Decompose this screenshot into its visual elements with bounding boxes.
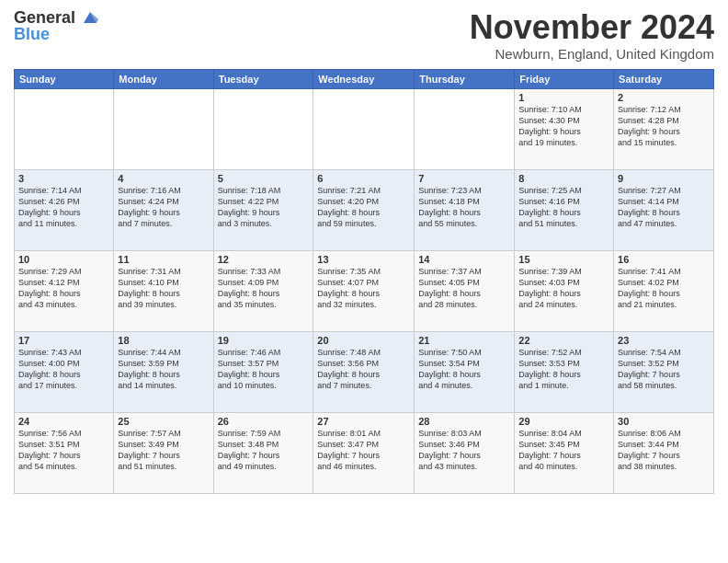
day-number: 2	[618, 92, 710, 103]
day-number: 14	[418, 254, 510, 265]
day-info: Sunrise: 7:33 AM Sunset: 4:09 PM Dayligh…	[218, 266, 310, 311]
calendar-cell: 12Sunrise: 7:33 AM Sunset: 4:09 PM Dayli…	[213, 250, 313, 331]
day-number: 3	[18, 173, 109, 184]
day-info: Sunrise: 7:35 AM Sunset: 4:07 PM Dayligh…	[317, 266, 410, 311]
calendar-cell: 27Sunrise: 8:01 AM Sunset: 3:47 PM Dayli…	[313, 412, 415, 493]
calendar-week-3: 17Sunrise: 7:43 AM Sunset: 4:00 PM Dayli…	[15, 331, 714, 412]
day-info: Sunrise: 7:54 AM Sunset: 3:52 PM Dayligh…	[618, 347, 710, 392]
col-saturday: Saturday	[614, 69, 714, 88]
logo-blue: Blue	[14, 25, 50, 44]
calendar-cell: 28Sunrise: 8:03 AM Sunset: 3:46 PM Dayli…	[415, 412, 515, 493]
day-number: 12	[218, 254, 310, 265]
day-number: 15	[518, 254, 609, 265]
day-number: 8	[518, 173, 609, 184]
day-number: 11	[118, 254, 209, 265]
calendar-cell: 17Sunrise: 7:43 AM Sunset: 4:00 PM Dayli…	[15, 331, 114, 412]
calendar-cell: 11Sunrise: 7:31 AM Sunset: 4:10 PM Dayli…	[114, 250, 213, 331]
day-number: 7	[418, 173, 510, 184]
day-number: 9	[618, 173, 710, 184]
calendar-cell: 4Sunrise: 7:16 AM Sunset: 4:24 PM Daylig…	[114, 169, 213, 250]
calendar-cell: 25Sunrise: 7:57 AM Sunset: 3:49 PM Dayli…	[114, 412, 213, 493]
month-title: November 2024	[470, 9, 714, 46]
day-info: Sunrise: 8:01 AM Sunset: 3:47 PM Dayligh…	[317, 428, 410, 473]
calendar-cell	[213, 88, 313, 169]
calendar-cell: 9Sunrise: 7:27 AM Sunset: 4:14 PM Daylig…	[614, 169, 714, 250]
day-info: Sunrise: 7:56 AM Sunset: 3:51 PM Dayligh…	[18, 428, 109, 473]
day-info: Sunrise: 7:39 AM Sunset: 4:03 PM Dayligh…	[518, 266, 609, 311]
day-number: 25	[118, 416, 209, 427]
calendar-cell: 8Sunrise: 7:25 AM Sunset: 4:16 PM Daylig…	[515, 169, 614, 250]
calendar-cell: 5Sunrise: 7:18 AM Sunset: 4:22 PM Daylig…	[213, 169, 313, 250]
day-info: Sunrise: 7:12 AM Sunset: 4:28 PM Dayligh…	[618, 104, 710, 149]
day-info: Sunrise: 8:03 AM Sunset: 3:46 PM Dayligh…	[418, 428, 510, 473]
day-number: 23	[618, 335, 710, 346]
page: General Blue November 2024 Newburn, Engl…	[0, 0, 728, 563]
day-info: Sunrise: 7:37 AM Sunset: 4:05 PM Dayligh…	[418, 266, 510, 311]
day-info: Sunrise: 7:14 AM Sunset: 4:26 PM Dayligh…	[18, 185, 109, 230]
calendar-cell	[415, 88, 515, 169]
day-info: Sunrise: 7:10 AM Sunset: 4:30 PM Dayligh…	[518, 104, 609, 149]
logo: General Blue	[14, 9, 98, 44]
day-number: 13	[317, 254, 410, 265]
day-number: 27	[317, 416, 410, 427]
calendar-week-0: 1Sunrise: 7:10 AM Sunset: 4:30 PM Daylig…	[15, 88, 714, 169]
col-tuesday: Tuesday	[213, 69, 313, 88]
title-block: November 2024 Newburn, England, United K…	[470, 9, 714, 62]
calendar-cell: 23Sunrise: 7:54 AM Sunset: 3:52 PM Dayli…	[614, 331, 714, 412]
day-info: Sunrise: 7:46 AM Sunset: 3:57 PM Dayligh…	[218, 347, 310, 392]
day-number: 10	[18, 254, 109, 265]
day-number: 28	[418, 416, 510, 427]
col-friday: Friday	[515, 69, 614, 88]
day-number: 30	[618, 416, 710, 427]
day-info: Sunrise: 7:59 AM Sunset: 3:48 PM Dayligh…	[218, 428, 310, 473]
location: Newburn, England, United Kingdom	[470, 46, 714, 62]
calendar-cell	[114, 88, 213, 169]
day-number: 17	[18, 335, 109, 346]
calendar-cell: 30Sunrise: 8:06 AM Sunset: 3:44 PM Dayli…	[614, 412, 714, 493]
day-number: 4	[118, 173, 209, 184]
day-number: 26	[218, 416, 310, 427]
day-info: Sunrise: 7:23 AM Sunset: 4:18 PM Dayligh…	[418, 185, 510, 230]
calendar-week-1: 3Sunrise: 7:14 AM Sunset: 4:26 PM Daylig…	[15, 169, 714, 250]
col-thursday: Thursday	[415, 69, 515, 88]
header: General Blue November 2024 Newburn, Engl…	[14, 9, 714, 62]
logo-icon	[82, 10, 98, 27]
day-number: 20	[317, 335, 410, 346]
calendar-cell	[313, 88, 415, 169]
day-info: Sunrise: 7:43 AM Sunset: 4:00 PM Dayligh…	[18, 347, 109, 392]
calendar-cell: 22Sunrise: 7:52 AM Sunset: 3:53 PM Dayli…	[515, 331, 614, 412]
day-info: Sunrise: 7:52 AM Sunset: 3:53 PM Dayligh…	[518, 347, 609, 392]
col-wednesday: Wednesday	[313, 69, 415, 88]
calendar-cell: 15Sunrise: 7:39 AM Sunset: 4:03 PM Dayli…	[515, 250, 614, 331]
day-info: Sunrise: 7:44 AM Sunset: 3:59 PM Dayligh…	[118, 347, 209, 392]
day-info: Sunrise: 7:31 AM Sunset: 4:10 PM Dayligh…	[118, 266, 209, 311]
day-number: 22	[518, 335, 609, 346]
calendar-cell: 13Sunrise: 7:35 AM Sunset: 4:07 PM Dayli…	[313, 250, 415, 331]
calendar-cell: 19Sunrise: 7:46 AM Sunset: 3:57 PM Dayli…	[213, 331, 313, 412]
day-info: Sunrise: 8:04 AM Sunset: 3:45 PM Dayligh…	[518, 428, 609, 473]
calendar-cell: 7Sunrise: 7:23 AM Sunset: 4:18 PM Daylig…	[415, 169, 515, 250]
day-number: 29	[518, 416, 609, 427]
calendar-week-2: 10Sunrise: 7:29 AM Sunset: 4:12 PM Dayli…	[15, 250, 714, 331]
day-number: 19	[218, 335, 310, 346]
day-info: Sunrise: 7:21 AM Sunset: 4:20 PM Dayligh…	[317, 185, 410, 230]
day-info: Sunrise: 7:57 AM Sunset: 3:49 PM Dayligh…	[118, 428, 209, 473]
calendar-cell: 20Sunrise: 7:48 AM Sunset: 3:56 PM Dayli…	[313, 331, 415, 412]
day-info: Sunrise: 7:29 AM Sunset: 4:12 PM Dayligh…	[18, 266, 109, 311]
calendar-cell: 3Sunrise: 7:14 AM Sunset: 4:26 PM Daylig…	[15, 169, 114, 250]
day-info: Sunrise: 7:27 AM Sunset: 4:14 PM Dayligh…	[618, 185, 710, 230]
calendar-cell	[15, 88, 114, 169]
day-number: 6	[317, 173, 410, 184]
day-number: 18	[118, 335, 209, 346]
calendar: Sunday Monday Tuesday Wednesday Thursday…	[14, 69, 714, 494]
calendar-cell: 18Sunrise: 7:44 AM Sunset: 3:59 PM Dayli…	[114, 331, 213, 412]
day-info: Sunrise: 7:41 AM Sunset: 4:02 PM Dayligh…	[618, 266, 710, 311]
day-number: 5	[218, 173, 310, 184]
day-info: Sunrise: 8:06 AM Sunset: 3:44 PM Dayligh…	[618, 428, 710, 473]
calendar-cell: 2Sunrise: 7:12 AM Sunset: 4:28 PM Daylig…	[614, 88, 714, 169]
day-info: Sunrise: 7:25 AM Sunset: 4:16 PM Dayligh…	[518, 185, 609, 230]
day-info: Sunrise: 7:18 AM Sunset: 4:22 PM Dayligh…	[218, 185, 310, 230]
col-sunday: Sunday	[15, 69, 114, 88]
day-info: Sunrise: 7:48 AM Sunset: 3:56 PM Dayligh…	[317, 347, 410, 392]
calendar-cell: 21Sunrise: 7:50 AM Sunset: 3:54 PM Dayli…	[415, 331, 515, 412]
